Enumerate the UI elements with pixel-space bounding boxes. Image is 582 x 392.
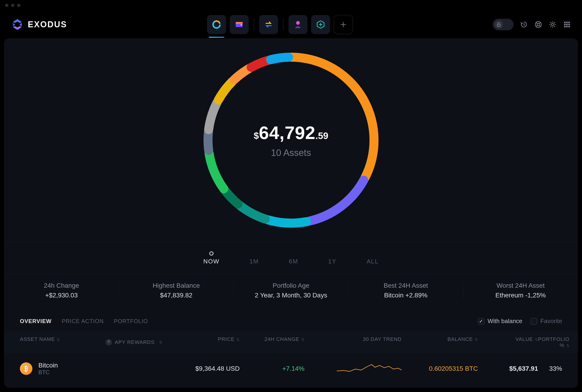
svg-rect-13 — [568, 22, 570, 23]
wallet-icon — [234, 20, 244, 29]
col-price[interactable]: PRICE⇅ — [170, 336, 240, 348]
svg-rect-3 — [236, 22, 243, 24]
filter-with-balance[interactable]: With balance — [478, 318, 522, 325]
asset-badge-icon: ₿ — [20, 362, 32, 375]
stat-4: Worst 24H AssetEthereum -1,25% — [463, 282, 578, 299]
table-body: ₿BitcoinBTC$9,364.48 USD+7.14%0.60205315… — [4, 354, 578, 384]
timeframe-all[interactable]: ALL — [367, 252, 379, 265]
stat-2: Portfolio Age2 Year, 3 Month, 30 Days — [234, 282, 348, 299]
stat-0: 24h Change+$2,930.03 — [4, 282, 119, 299]
settings-icon[interactable] — [549, 20, 556, 28]
svg-rect-17 — [564, 26, 566, 27]
balance-symbol: $ — [254, 131, 259, 141]
timeframe-1m[interactable]: 1M — [250, 252, 259, 265]
portfolio-balance: $ 64,792 .59 — [254, 122, 328, 144]
exodus-logo-icon — [11, 18, 24, 31]
svg-rect-16 — [568, 24, 570, 25]
balance-decimal: .59 — [316, 131, 328, 141]
svg-rect-7 — [497, 24, 500, 26]
stat-1: Highest Balance$47,839.82 — [119, 282, 234, 299]
stats-row: 24h Change+$2,930.03Highest Balance$47,8… — [4, 274, 578, 307]
nav-center — [207, 15, 353, 34]
support-icon[interactable] — [534, 20, 542, 28]
col-balance[interactable]: BALANCE⇅ — [402, 336, 478, 348]
col-value[interactable]: VALUE⇅ — [478, 336, 538, 348]
nav-divider — [254, 19, 254, 30]
header-right — [493, 19, 571, 30]
table-control-bar: OVERVIEWPRICE ACTIONPORTFOLIO With balan… — [4, 307, 578, 331]
svg-point-9 — [537, 23, 540, 26]
svg-rect-15 — [566, 24, 568, 25]
svg-point-4 — [240, 24, 242, 26]
lock-open-icon — [496, 22, 501, 27]
timeframe-now[interactable]: NOW — [203, 252, 220, 265]
asset-row-btc[interactable]: ₿BitcoinBTC$9,364.48 USD+7.14%0.60205315… — [4, 354, 578, 384]
nav-add-button[interactable] — [334, 15, 353, 34]
apps-grid-icon[interactable] — [563, 20, 571, 28]
svg-point-10 — [552, 23, 554, 26]
donut-icon — [212, 20, 221, 29]
help-icon[interactable]: ? — [106, 339, 112, 346]
table-header: ASSET NAME⇅ ?APY REWARDS⇅ PRICE⇅ 24H CHA… — [4, 331, 578, 354]
checkbox-unchecked-icon — [531, 318, 537, 324]
svg-rect-18 — [566, 26, 568, 27]
nav-exchange[interactable] — [259, 15, 278, 34]
filter-with-balance-label: With balance — [488, 318, 522, 325]
assets-count: 10 Assets — [271, 148, 311, 158]
nav-portfolio[interactable] — [207, 15, 226, 34]
nav-wallet[interactable] — [230, 15, 249, 34]
filter-favorite[interactable]: Favorite — [531, 318, 562, 325]
history-icon[interactable] — [520, 20, 528, 28]
app-name: EXODUS — [28, 20, 67, 29]
app-header: EXODUS — [0, 11, 582, 38]
window-close-dot[interactable] — [5, 4, 8, 7]
svg-point-5 — [296, 21, 300, 25]
window-minimize-dot[interactable] — [11, 4, 14, 7]
col-trend: 30 DAY TREND — [304, 336, 402, 348]
table-tab-portfolio[interactable]: PORTFOLIO — [114, 318, 148, 324]
table-tab-price-action[interactable]: PRICE ACTION — [62, 318, 104, 324]
profile-icon — [293, 20, 303, 29]
window-zoom-dot[interactable] — [17, 4, 20, 7]
swap-icon — [264, 20, 274, 29]
checkbox-checked-icon — [478, 318, 484, 324]
hexagon-plus-icon — [316, 20, 326, 29]
table-tabs: OVERVIEWPRICE ACTIONPORTFOLIO — [20, 318, 148, 324]
svg-rect-14 — [564, 24, 566, 25]
stat-3: Best 24H AssetBitcoin +2.89% — [348, 282, 463, 299]
svg-rect-19 — [568, 26, 570, 27]
nav-profile[interactable] — [288, 15, 308, 34]
sparkline-icon — [337, 362, 402, 374]
timeframe-6m[interactable]: 6M — [289, 252, 298, 265]
lock-toggle[interactable] — [493, 19, 514, 30]
portfolio-donut-area: $ 64,792 .59 10 Assets — [4, 38, 578, 242]
balance-integer: 64,792 — [259, 122, 316, 144]
svg-point-8 — [535, 22, 541, 28]
col-asset[interactable]: ASSET NAME⇅ — [20, 336, 106, 348]
app-logo: EXODUS — [11, 18, 67, 31]
svg-rect-11 — [564, 22, 566, 23]
col-pct[interactable]: PORTFOLIO %⇅ — [538, 336, 570, 348]
timeframe-row: NOW1M6M1YALL — [4, 242, 578, 274]
col-change[interactable]: 24H CHANGE⇅ — [240, 336, 304, 348]
nav-apps[interactable] — [311, 15, 330, 34]
table-tab-overview[interactable]: OVERVIEW — [20, 318, 52, 324]
filter-favorite-label: Favorite — [540, 318, 562, 325]
col-apy[interactable]: ?APY REWARDS⇅ — [106, 336, 170, 348]
plus-icon — [340, 21, 346, 28]
timeframe-1y[interactable]: 1Y — [328, 252, 336, 265]
svg-rect-12 — [566, 22, 568, 23]
window-titlebar — [0, 0, 582, 11]
